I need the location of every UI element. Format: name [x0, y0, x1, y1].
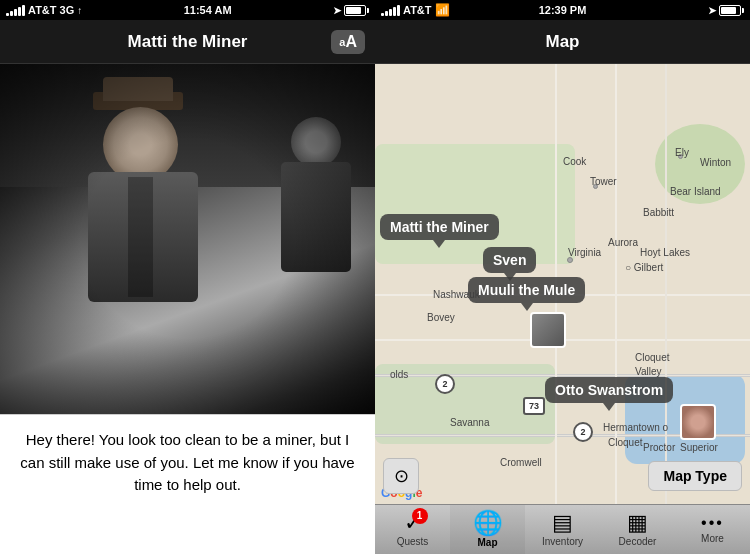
character-dialogue: Hey there! You look too clean to be a mi… [16, 429, 359, 497]
miner-figure [83, 92, 203, 302]
left-title: Matti the Miner [128, 32, 248, 52]
battery-tip [367, 8, 369, 13]
r-signal-2 [385, 11, 388, 16]
road-shield-73: 73 [523, 397, 545, 415]
right-status-bar: AT&T 📶 12:39 PM ➤ [375, 0, 750, 20]
city-label-babbitt: Babbitt [643, 207, 674, 218]
miner-head [103, 107, 178, 182]
map-area[interactable]: Cook Tower Ely Winton Bear Island Babbit… [375, 64, 750, 504]
city-label-valley: Valley [635, 366, 662, 377]
city-label-hoyt-lakes: Hoyt Lakes [640, 247, 690, 258]
left-screen: AT&T 3G ↑ 11:54 AM ➤ Matti the Miner a A [0, 0, 375, 554]
signal-bar-3 [14, 9, 17, 16]
right-signal-bars [381, 5, 400, 16]
signal-bar-5 [22, 5, 25, 16]
location-button[interactable]: ⊙ [383, 458, 419, 494]
big-a-icon: A [345, 33, 357, 51]
city-label-bear-island: Bear Island [670, 186, 721, 197]
decoder-label: Decoder [619, 536, 657, 547]
callout-sven-label: Sven [493, 252, 526, 268]
otto-photo-bg [682, 406, 714, 438]
left-header: Matti the Miner a A [0, 20, 375, 64]
pin-photo-bg [532, 314, 564, 346]
forest-1 [375, 144, 575, 264]
signal-bar-2 [10, 11, 13, 16]
callout-otto-label: Otto Swanstrom [555, 382, 663, 398]
right-title: Map [546, 32, 580, 52]
r-signal-4 [393, 7, 396, 16]
miner-hat-top [103, 77, 173, 101]
tab-inventory[interactable]: ▤ Inventory [525, 505, 600, 554]
right-screen: AT&T 📶 12:39 PM ➤ Map [375, 0, 750, 554]
map-type-button[interactable]: Map Type [648, 461, 742, 491]
city-label-ely: Ely [675, 147, 689, 158]
callout-sven[interactable]: Sven [483, 247, 536, 273]
left-text-area: Hey there! You look too clean to be a mi… [0, 414, 375, 554]
inventory-label: Inventory [542, 536, 583, 547]
tab-more[interactable]: ••• More [675, 505, 750, 554]
jacket-detail [128, 177, 153, 297]
decoder-icon: ▦ [627, 512, 648, 534]
signal-bars [6, 5, 25, 16]
left-network: 3G [60, 4, 75, 16]
wifi-icon: 📶 [435, 3, 450, 17]
left-carrier: AT&T [28, 4, 57, 16]
road-v3 [665, 64, 667, 504]
city-label-tower: Tower [590, 176, 617, 187]
city-label-cloquet2: Cloquet [608, 437, 642, 448]
right-location-icon: ➤ [708, 5, 716, 16]
callout-muuli[interactable]: Muuli the Mule [468, 277, 585, 303]
city-label-superior: Superior [680, 442, 718, 453]
city-label-hermantown: Hermantown o [603, 422, 668, 433]
map-pin-photo-muuli [530, 312, 566, 348]
left-image-area [0, 64, 375, 414]
more-label: More [701, 533, 724, 544]
quests-label: Quests [397, 536, 429, 547]
map-type-label: Map Type [663, 468, 727, 484]
callout-otto[interactable]: Otto Swanstrom [545, 377, 673, 403]
callout-matti[interactable]: Matti the Miner [380, 214, 499, 240]
tab-decoder[interactable]: ▦ Decoder [600, 505, 675, 554]
battery-fill [346, 7, 361, 14]
city-label-gilbert: ○ Gilbert [625, 262, 663, 273]
left-status-bar: AT&T 3G ↑ 11:54 AM ➤ [0, 0, 375, 20]
city-label-olds: olds [390, 369, 408, 380]
bg-head [291, 117, 341, 167]
left-signal-icon: ↑ [77, 5, 82, 16]
city-label-aurora: Aurora [608, 237, 638, 248]
right-time: 12:39 PM [539, 4, 587, 16]
city-label-bovey: Bovey [427, 312, 455, 323]
tab-quests[interactable]: ✓ 1 Quests [375, 505, 450, 554]
map-pin-photo-otto [680, 404, 716, 440]
callout-matti-label: Matti the Miner [390, 219, 489, 235]
map-controls: ⊙ Map Type [375, 454, 750, 498]
right-header: Map [375, 20, 750, 64]
bg-figure [276, 117, 356, 277]
city-label-cloquet: Cloquet [635, 352, 669, 363]
miner-photo [0, 64, 375, 414]
r-signal-1 [381, 13, 384, 16]
right-battery: ➤ [708, 5, 744, 16]
road-shield-2-left: 2 [435, 374, 455, 394]
bg-body [281, 162, 351, 272]
map-background: Cook Tower Ely Winton Bear Island Babbit… [375, 64, 750, 504]
signal-bar-1 [6, 13, 9, 16]
tab-map[interactable]: 🌐 Map [450, 505, 525, 554]
right-battery-body [719, 5, 741, 16]
quests-icon: ✓ 1 [404, 512, 422, 534]
tab-bar: ✓ 1 Quests 🌐 Map ▤ Inventory ▦ Decoder •… [375, 504, 750, 554]
city-label-cook: Cook [563, 156, 586, 167]
more-icon: ••• [701, 515, 724, 531]
battery-body [344, 5, 366, 16]
right-battery-fill [721, 7, 736, 14]
font-size-button[interactable]: a A [331, 30, 365, 54]
r-signal-5 [397, 5, 400, 16]
r-signal-3 [389, 9, 392, 16]
location-icon: ➤ [333, 5, 341, 16]
city-label-virginia: Virginia [568, 247, 601, 258]
inventory-icon: ▤ [552, 512, 573, 534]
signal-bar-4 [18, 7, 21, 16]
left-time: 11:54 AM [184, 4, 232, 16]
right-carrier: AT&T [403, 4, 432, 16]
left-battery: ➤ [333, 5, 369, 16]
